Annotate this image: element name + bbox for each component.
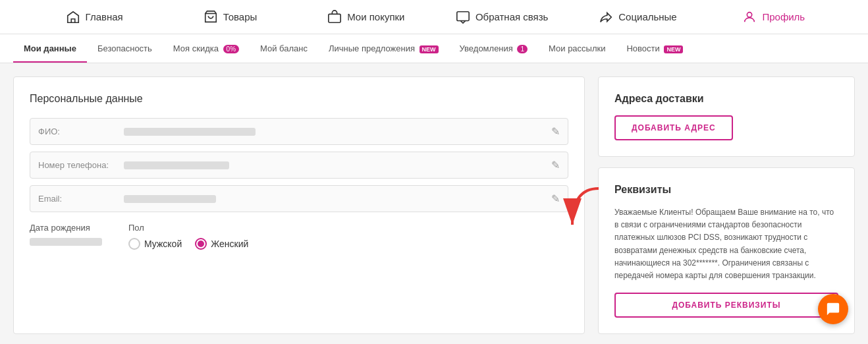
nav-products-label: Товары [223,11,258,22]
subnav-security[interactable]: Безопасность [87,34,163,63]
news-new-badge: NEW [664,45,683,53]
gender-options: Мужской Женский [128,238,248,250]
gender-female[interactable]: Женский [195,238,248,250]
top-navigation: Главная Товары Мои покупки Обратная связ… [0,0,868,34]
nav-feedback-label: Обратная связь [475,11,549,22]
nav-feedback[interactable]: Обратная связь [434,1,570,34]
cart-icon [203,10,218,24]
fio-value [124,128,551,136]
requisites-text: Уважаемые Клиенты! Обращаем Ваше внимани… [614,206,838,282]
nav-purchases-label: Мои покупки [347,11,404,22]
fio-field-row: ФИО: ✎ [30,118,568,145]
svg-rect-2 [457,11,469,20]
subnav-offers[interactable]: Личные предложения NEW [318,34,449,63]
subnav-discount[interactable]: Моя скидка 0% [163,34,250,63]
nav-products[interactable]: Товары [162,1,298,34]
nav-home[interactable]: Главная [26,1,162,34]
gender-male-label: Мужской [144,239,182,249]
fio-edit-icon[interactable]: ✎ [551,125,560,138]
fio-label: ФИО: [38,127,124,136]
home-icon [66,10,80,24]
add-address-button[interactable]: ДОБАВИТЬ АДРЕС [614,115,733,140]
social-icon [599,10,613,24]
birth-gender-row: Дата рождения Пол Мужской Женский [30,223,568,250]
main-content: Персональные данные ФИО: ✎ Номер телефон… [0,63,868,344]
phone-label: Номер телефона: [38,160,124,170]
email-label: Email: [38,194,124,204]
nav-home-label: Главная [86,11,123,22]
gender-section: Пол Мужской Женский [128,223,248,250]
email-placeholder [124,195,216,203]
birth-label: Дата рождения [30,223,102,233]
radio-female [195,238,207,250]
red-arrow-icon [553,182,605,235]
gender-label: Пол [128,223,248,233]
chat-button[interactable] [818,294,848,324]
nav-social-label: Социальные [618,11,676,22]
radio-male [128,238,140,250]
profile-icon [742,10,757,24]
subnav-news[interactable]: Новости NEW [616,34,693,63]
right-panel: Адреса доставки ДОБАВИТЬ АДРЕС Реквизиты… [598,76,855,334]
nav-social[interactable]: Социальные [570,1,705,34]
requisites-card: Реквизиты Уважаемые Клиенты! Обращаем Ва… [598,167,855,334]
bag-icon [327,10,342,24]
subnav-mailings[interactable]: Мои рассылки [538,34,616,63]
sub-navigation: Мои данные Безопасность Моя скидка 0% Мо… [0,34,868,63]
personal-data-panel: Персональные данные ФИО: ✎ Номер телефон… [13,76,585,334]
chat-bubble-icon [826,302,840,316]
subnav-mydata[interactable]: Мои данные [13,34,87,63]
email-value [124,195,551,203]
fio-placeholder [124,128,256,136]
gender-female-label: Женский [211,239,248,249]
personal-data-title: Персональные данные [30,93,568,105]
add-requisites-button[interactable]: ДОБАВИТЬ РЕКВИЗИТЫ [614,293,838,318]
phone-field-row: Номер телефона: ✎ [30,152,568,179]
delivery-card-title: Адреса доставки [614,93,838,105]
svg-rect-1 [329,14,340,22]
phone-value [124,161,551,169]
notifications-badge: 1 [517,45,528,53]
discount-badge: 0% [223,45,239,53]
subnav-notifications[interactable]: Уведомления 1 [449,34,538,63]
birth-placeholder [30,238,102,246]
requisites-card-title: Реквизиты [614,184,838,196]
nav-profile-label: Профиль [762,11,805,22]
subnav-balance[interactable]: Мой баланс [250,34,318,63]
phone-placeholder [124,161,229,169]
phone-edit-icon[interactable]: ✎ [551,159,560,171]
nav-profile[interactable]: Профиль [706,1,842,34]
nav-purchases[interactable]: Мои покупки [298,1,434,34]
birth-section: Дата рождения [30,223,102,246]
gender-male[interactable]: Мужской [128,238,182,250]
offers-new-badge: NEW [420,45,439,53]
delivery-card: Адреса доставки ДОБАВИТЬ АДРЕС [598,76,855,157]
email-field-row: Email: ✎ [30,185,568,212]
svg-point-3 [747,12,752,16]
feedback-icon [456,10,470,24]
